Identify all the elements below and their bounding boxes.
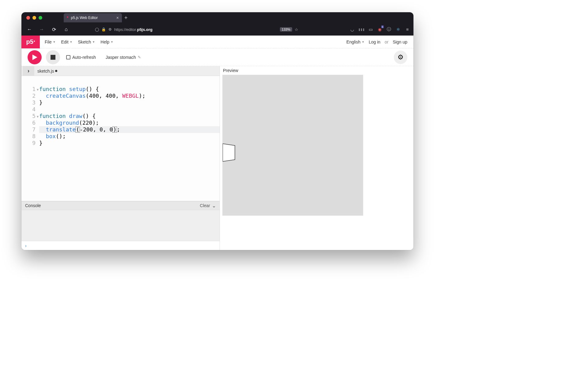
caret-down-icon: ▼	[362, 40, 364, 44]
new-tab-button[interactable]: +	[124, 15, 128, 21]
caret-down-icon: ▼	[111, 40, 113, 44]
code-body[interactable]: function setup() { createCanvas(400, 400…	[38, 86, 220, 201]
bookmark-star-icon[interactable]: ☆	[295, 27, 298, 32]
extension-icon[interactable]: ◉1	[377, 27, 382, 32]
svg-marker-1	[223, 144, 235, 161]
app-header: p5* File▼ Edit▼ Sketch▼ Help▼ English▼ L…	[21, 36, 413, 48]
menu-edit[interactable]: Edit▼	[61, 40, 72, 44]
menu-sketch[interactable]: Sketch▼	[78, 40, 95, 44]
console-input[interactable]: ›	[21, 241, 220, 250]
menu-bar: File▼ Edit▼ Sketch▼ Help▼	[40, 40, 118, 44]
browser-toolbar: ← → ⟳ ⌂ ◯ 🔒 ⚙ https://editor.p5js.org 13…	[21, 23, 413, 36]
browser-tab[interactable]: * p5.js Web Editor ×	[64, 13, 122, 22]
active-file[interactable]: sketch.js	[37, 69, 57, 74]
or-text: or	[385, 40, 388, 44]
preview-canvas[interactable]	[222, 75, 363, 216]
menu-icon[interactable]: ≡	[405, 27, 410, 32]
checkbox-icon	[66, 55, 70, 59]
signup-link[interactable]: Sign up	[393, 40, 407, 44]
console-header: Console Clear ⌄	[21, 201, 220, 210]
header-right: English▼ Log in or Sign up	[346, 40, 413, 44]
console-output[interactable]	[21, 210, 220, 241]
minimize-window-button[interactable]	[32, 16, 36, 20]
titlebar: * p5.js Web Editor × +	[21, 12, 413, 23]
info-icon[interactable]: ⓘ	[386, 27, 391, 32]
close-window-button[interactable]	[26, 16, 30, 20]
fold-icon[interactable]: ▼	[37, 86, 39, 93]
pencil-icon: ✎	[138, 55, 141, 59]
browser-window: * p5.js Web Editor × + ← → ⟳ ⌂ ◯ 🔒 ⚙ htt…	[21, 12, 413, 250]
close-tab-button[interactable]: ×	[116, 15, 119, 20]
chevron-down-icon: ⌄	[212, 203, 216, 209]
file-bar: › sketch.js	[21, 66, 220, 76]
play-icon	[32, 55, 37, 60]
url-text: https://editor.p5js.org	[114, 27, 277, 32]
sketch-name[interactable]: Jasper stomach ✎	[106, 55, 141, 60]
lock-icon: 🔒	[101, 27, 106, 32]
caret-down-icon: ▼	[92, 40, 95, 44]
expand-files-button[interactable]: ›	[23, 66, 34, 76]
unsaved-indicator-icon	[55, 70, 57, 72]
controls-bar: Auto-refresh Jasper stomach ✎ ⚙	[21, 48, 413, 66]
login-link[interactable]: Log in	[369, 40, 380, 44]
pocket-icon[interactable]: ◡	[350, 27, 355, 32]
p5-logo[interactable]: p5*	[21, 36, 40, 48]
settings-button[interactable]: ⚙	[394, 51, 407, 64]
stop-button[interactable]	[46, 50, 60, 64]
gear-icon: ⚙	[398, 53, 404, 61]
forward-button[interactable]: →	[37, 25, 46, 34]
url-bar[interactable]: ◯ 🔒 ⚙ https://editor.p5js.org 133% ☆	[92, 25, 301, 34]
code-editor[interactable]: 1▼ 2 3 4 5▼ 6 7 8 9 function setup() { c…	[21, 76, 220, 201]
atom-icon[interactable]: ⚛	[396, 27, 401, 32]
window-controls	[21, 16, 42, 20]
back-button[interactable]: ←	[25, 25, 34, 34]
reload-button[interactable]: ⟳	[50, 25, 58, 34]
editor-pane: › sketch.js 1▼ 2 3 4 5▼ 6 7	[21, 66, 220, 250]
play-button[interactable]	[28, 50, 42, 64]
auto-refresh-toggle[interactable]: Auto-refresh	[66, 55, 96, 60]
console-clear-button[interactable]: Clear ⌄	[200, 203, 216, 209]
shield-icon: ◯	[95, 27, 99, 32]
caret-down-icon: ▼	[70, 40, 73, 44]
line-gutter: 1▼ 2 3 4 5▼ 6 7 8 9	[21, 86, 38, 201]
stop-icon	[51, 55, 55, 60]
auto-refresh-label: Auto-refresh	[72, 55, 96, 60]
menu-help[interactable]: Help▼	[100, 40, 113, 44]
library-icon[interactable]: ⫾⫾⫾	[359, 27, 364, 32]
caret-down-icon: ▼	[53, 40, 56, 44]
maximize-window-button[interactable]	[39, 16, 42, 20]
home-button[interactable]: ⌂	[62, 25, 70, 34]
rendered-box	[222, 142, 238, 163]
p5-app: p5* File▼ Edit▼ Sketch▼ Help▼ English▼ L…	[21, 36, 413, 250]
tab-favicon: *	[67, 15, 68, 20]
toolbar-right: ◡ ⫾⫾⫾ ▭ ◉1 ⓘ ⚛ ≡	[350, 27, 410, 32]
console-label: Console	[25, 203, 41, 208]
language-selector[interactable]: English▼	[346, 40, 364, 44]
menu-file[interactable]: File▼	[45, 40, 55, 44]
svg-marker-0	[32, 55, 37, 60]
permissions-icon: ⚙	[108, 27, 112, 32]
workspace: › sketch.js 1▼ 2 3 4 5▼ 6 7	[21, 66, 413, 250]
zoom-indicator[interactable]: 133%	[280, 27, 292, 32]
fold-icon[interactable]: ▼	[37, 113, 39, 120]
preview-label: Preview	[222, 66, 413, 75]
preview-pane: Preview	[220, 66, 413, 250]
tab-title: p5.js Web Editor	[71, 16, 98, 20]
reader-icon[interactable]: ▭	[368, 27, 373, 32]
